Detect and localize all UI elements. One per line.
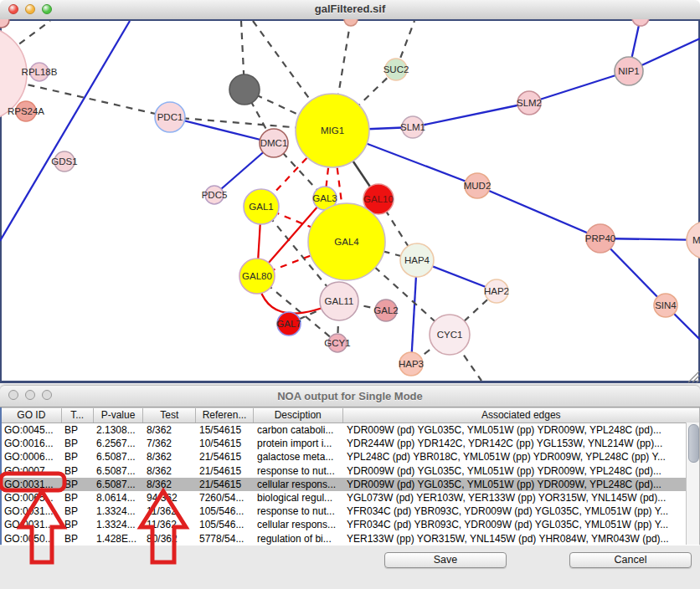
cell-p_value: 2.1308... bbox=[94, 423, 144, 437]
node-GAL80[interactable] bbox=[239, 259, 275, 294]
node-HAP2[interactable] bbox=[485, 279, 508, 303]
save-button[interactable]: Save bbox=[384, 552, 507, 568]
cell-description: regulation of bi... bbox=[255, 532, 344, 545]
cell-reference: 10/54615 bbox=[197, 437, 255, 450]
column-header-goid[interactable]: GO ID bbox=[2, 408, 62, 423]
vertical-scrollbar[interactable] bbox=[686, 423, 699, 545]
node-GAL11[interactable] bbox=[320, 282, 358, 320]
cell-test: 11/362 bbox=[144, 518, 197, 531]
node-PDC1[interactable] bbox=[155, 102, 185, 132]
cell-go_id: GO:0031... bbox=[2, 504, 62, 518]
node-SLM2[interactable] bbox=[517, 91, 541, 115]
node-HAP3[interactable] bbox=[399, 352, 423, 376]
cell-reference: 15/54615 bbox=[197, 423, 255, 437]
node-HAP4[interactable] bbox=[400, 243, 434, 277]
cell-type: BP bbox=[62, 423, 94, 437]
cell-test: 8/362 bbox=[144, 450, 197, 464]
table-row-8[interactable]: GO:0031...BP1.3324...11/362105/546...cel… bbox=[2, 518, 699, 531]
cell-go_id: GO:0045... bbox=[2, 423, 62, 437]
node-MUD2[interactable] bbox=[465, 173, 490, 198]
node-GCY1[interactable] bbox=[328, 334, 347, 352]
scrollbar-thumb[interactable] bbox=[688, 424, 699, 463]
table-row-2[interactable]: GO:0016...BP6.2567...7/36210/54615protei… bbox=[2, 437, 699, 450]
results-table: GO IDT...P-valueTestReferen...Desciption… bbox=[0, 407, 700, 545]
node-SUC2[interactable] bbox=[385, 59, 407, 80]
node-GAL4[interactable] bbox=[308, 203, 385, 280]
node-graynode[interactable] bbox=[229, 74, 260, 105]
cell-type: BP bbox=[62, 450, 94, 464]
cell-test: 94/362 bbox=[144, 491, 197, 504]
cell-description: galactose meta... bbox=[255, 450, 344, 464]
column-header-associatededges[interactable]: Associated edges bbox=[343, 408, 699, 423]
network-edge[interactable] bbox=[600, 238, 700, 240]
cell-go_id: GO:0006... bbox=[2, 450, 62, 464]
cell-reference: 105/546... bbox=[197, 504, 255, 518]
table-header-row: GO IDT...P-valueTestReferen...Desciption… bbox=[2, 407, 699, 423]
cell-description: response to nut... bbox=[255, 464, 344, 478]
table-row-5[interactable]: GO:0031...BP6.5087...8/36221/54615cellul… bbox=[2, 478, 699, 491]
cell-go_id: GO:0050... bbox=[2, 532, 62, 545]
cell-test: 11/362 bbox=[144, 504, 197, 518]
network-window-title: galFiltered.sif bbox=[0, 3, 700, 15]
node-SIN4[interactable] bbox=[654, 294, 677, 317]
cell-reference: 21/54615 bbox=[197, 478, 255, 491]
cell-p_value: 6.2567... bbox=[94, 437, 144, 450]
node-cornernode[interactable] bbox=[0, 19, 9, 28]
network-edge[interactable] bbox=[413, 103, 529, 127]
cell-type: BP bbox=[62, 437, 94, 450]
cell-type: BP bbox=[62, 504, 94, 518]
cell-reference: 5778/54... bbox=[197, 532, 255, 545]
cell-test: 8/362 bbox=[144, 478, 197, 491]
cell-type: BP bbox=[62, 491, 94, 504]
network-edge[interactable] bbox=[529, 71, 629, 103]
node-PDC5[interactable] bbox=[205, 186, 224, 204]
node-CYC1[interactable] bbox=[430, 315, 470, 355]
table-body: GO:0045...BP2.1308...8/36215/54615carbon… bbox=[2, 423, 699, 545]
cell-description: biological regul... bbox=[255, 491, 344, 504]
node-SLM1[interactable] bbox=[402, 116, 424, 138]
cell-type: BP bbox=[62, 478, 94, 491]
table-row-7[interactable]: GO:0031...BP1.3324...11/362105/546...res… bbox=[2, 504, 699, 518]
node-MSL1[interactable] bbox=[687, 222, 700, 259]
table-row-6[interactable]: GO:0065...BP8.0614...94/3627260/54...bio… bbox=[2, 491, 699, 504]
cell-go_id: GO:0016... bbox=[2, 437, 62, 450]
cell-p_value: 1.428E... bbox=[94, 532, 144, 545]
cell-type: BP bbox=[62, 518, 94, 531]
cell-edges: YPL248C (pd) YBR018C, YML051W (pp) YDR00… bbox=[344, 450, 687, 464]
node-topPink1[interactable] bbox=[344, 19, 358, 26]
node-GAL2[interactable] bbox=[375, 300, 397, 321]
cell-edges: YDR244W (pp) YDR142C, YDR142C (pp) YGL15… bbox=[344, 437, 687, 450]
node-GDS1[interactable] bbox=[54, 151, 75, 172]
column-header-test[interactable]: Test bbox=[143, 408, 196, 423]
node-GAL7[interactable] bbox=[277, 312, 301, 335]
node-PRP40[interactable] bbox=[586, 224, 615, 253]
node-MIG1[interactable] bbox=[296, 94, 369, 167]
table-row-9[interactable]: GO:0050...BP1.428E...80/3625778/54...reg… bbox=[2, 532, 699, 545]
cell-test: 80/362 bbox=[144, 532, 197, 545]
table-row-4[interactable]: GO:0007...BP6.5087...8/36221/54615respon… bbox=[2, 464, 699, 478]
node-topPink2[interactable] bbox=[632, 19, 649, 26]
cell-edges: YER133W (pp) YOR315W, YNL145W (pd) YHR08… bbox=[344, 532, 687, 545]
cell-p_value: 6.5087... bbox=[94, 450, 144, 464]
cancel-button[interactable]: Cancel bbox=[569, 552, 692, 568]
node-RPS24A[interactable] bbox=[16, 101, 36, 121]
network-edge[interactable] bbox=[477, 186, 600, 238]
table-row-3[interactable]: GO:0006...BP6.5087...8/36221/54615galact… bbox=[2, 450, 699, 464]
noa-window-title: NOA output for Single Mode bbox=[0, 390, 700, 402]
column-header-t[interactable]: T... bbox=[62, 408, 94, 423]
table-row-1[interactable]: GO:0045...BP2.1308...8/36215/54615carbon… bbox=[2, 423, 699, 437]
column-header-pvalue[interactable]: P-value bbox=[94, 408, 144, 423]
node-RPL18B[interactable] bbox=[30, 63, 49, 81]
cell-reference: 21/54615 bbox=[197, 450, 255, 464]
cell-edges: YDR009W (pd) YGL035C, YML051W (pp) YDR00… bbox=[344, 423, 687, 437]
node-DMC1[interactable] bbox=[260, 129, 288, 157]
network-window-titlebar[interactable]: galFiltered.sif bbox=[0, 0, 700, 20]
column-header-referen[interactable]: Referen... bbox=[196, 408, 254, 423]
node-NIP1[interactable] bbox=[615, 57, 643, 85]
node-GAL1[interactable] bbox=[244, 189, 279, 224]
noa-window-titlebar[interactable]: NOA output for Single Mode bbox=[0, 386, 700, 407]
cell-p_value: 6.5087... bbox=[94, 464, 144, 478]
cell-type: BP bbox=[62, 532, 94, 545]
column-header-desciption[interactable]: Desciption bbox=[254, 408, 343, 423]
resize-grip[interactable] bbox=[697, 380, 699, 382]
